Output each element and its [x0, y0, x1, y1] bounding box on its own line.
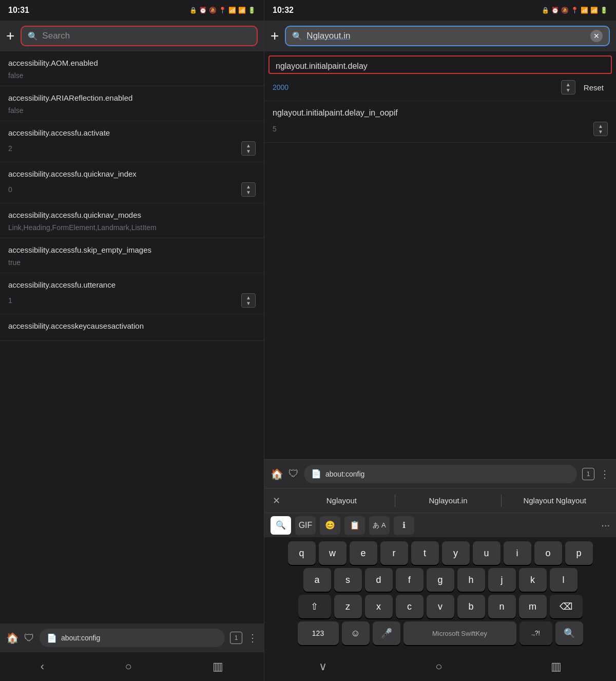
search-bar-right[interactable]: 🔍 Nglayout.in ✕ — [285, 26, 610, 46]
config-value-7: 1 — [8, 296, 12, 305]
keyboard-toolbar: 🔍 GIF 😊 📋 あ A ℹ ··· — [264, 513, 616, 537]
key-row-4: 123 ☺ 🎤 Microsoft SwiftKey .,?! 🔍 — [266, 621, 614, 645]
key-a[interactable]: a — [303, 568, 331, 592]
config-key-right-2: nglayout.initialpaint.delay_in_oopif — [264, 101, 616, 120]
search-input-right[interactable]: Nglayout.in — [306, 31, 586, 41]
key-t[interactable]: t — [411, 541, 439, 565]
key-f[interactable]: f — [396, 568, 424, 592]
space-key[interactable]: Microsoft SwiftKey — [403, 621, 516, 645]
config-value-row-7: 1 ▲▼ — [0, 291, 264, 314]
home-icon-right[interactable]: 🏠 — [271, 468, 283, 480]
suggestion-1[interactable]: Nglayout — [288, 494, 395, 507]
more-tools-button[interactable]: ··· — [601, 519, 610, 531]
key-i[interactable]: i — [504, 541, 531, 565]
key-v[interactable]: v — [427, 595, 454, 618]
spinner-4[interactable]: ▲▼ — [241, 182, 256, 197]
clipboard-tool-button[interactable]: 📋 — [344, 516, 365, 535]
url-bar-right[interactable]: 📄 about:config — [304, 465, 577, 483]
battery-icon: 🔋 — [248, 7, 256, 14]
search-key[interactable]: 🔍 — [555, 621, 583, 645]
key-u[interactable]: u — [473, 541, 500, 565]
config-key-4: accessibility.accessfu.quicknav_index — [0, 162, 264, 180]
key-e[interactable]: e — [350, 541, 377, 565]
key-k[interactable]: k — [519, 568, 547, 592]
emoji-face-tool-button[interactable]: 😊 — [320, 516, 340, 535]
key-n[interactable]: n — [488, 595, 516, 618]
shield-icon-left[interactable]: 🛡 — [24, 632, 34, 644]
highlighted-key-box: nglayout.initialpaint.delay — [268, 55, 612, 74]
backspace-key[interactable]: ⌫ — [550, 595, 583, 618]
shield-icon-right[interactable]: 🛡 — [288, 468, 299, 480]
left-panel: 10:31 🔒 ⏰ 🔕 📍 📶 📶 🔋 + 🔍 Search accessibi… — [0, 0, 264, 681]
key-g[interactable]: g — [427, 568, 454, 592]
spinner-7[interactable]: ▲▼ — [241, 293, 256, 308]
back-button-left[interactable]: ‹ — [41, 660, 44, 673]
key-d[interactable]: d — [365, 568, 393, 592]
menu-dots-left[interactable]: ⋮ — [247, 632, 258, 644]
tab-badge-right[interactable]: 1 — [582, 468, 594, 480]
spinner-3[interactable]: ▲▼ — [241, 141, 256, 156]
key-l[interactable]: l — [550, 568, 578, 592]
suggestion-2[interactable]: Nglayout.in — [395, 494, 502, 507]
translate-tool-button[interactable]: あ A — [369, 516, 390, 535]
down-button-right[interactable]: ∨ — [319, 660, 327, 673]
spinner-right-2[interactable]: ▲▼ — [593, 122, 608, 136]
menu-dots-right[interactable]: ⋮ — [600, 468, 610, 480]
config-value-row-2: false — [0, 104, 264, 121]
key-m[interactable]: m — [519, 595, 547, 618]
key-z[interactable]: z — [334, 595, 362, 618]
key-x[interactable]: x — [365, 595, 393, 618]
key-p[interactable]: p — [565, 541, 593, 565]
recents-button-right[interactable]: ▥ — [551, 660, 562, 673]
reset-button-1[interactable]: Reset — [580, 81, 608, 94]
key-o[interactable]: o — [534, 541, 562, 565]
config-item-7: accessibility.accessfu.utterance 1 ▲▼ — [0, 273, 264, 314]
config-item-6: accessibility.accessfu.skip_empty_images… — [0, 238, 264, 273]
dismiss-suggestions-button[interactable]: ✕ — [273, 495, 280, 506]
config-item-4: accessibility.accessfu.quicknav_index 0 … — [0, 162, 264, 203]
nav-bar-right: ∨ ○ ▥ — [264, 652, 616, 681]
search-bar-left[interactable]: 🔍 Search — [21, 26, 258, 46]
key-y[interactable]: y — [442, 541, 470, 565]
key-h[interactable]: h — [457, 568, 485, 592]
key-c[interactable]: c — [396, 595, 424, 618]
suggestion-3[interactable]: Nglayout Nglayout — [502, 494, 608, 507]
add-button-left[interactable]: + — [6, 29, 14, 43]
key-r[interactable]: r — [380, 541, 408, 565]
shift-key[interactable]: ⇧ — [298, 595, 331, 618]
location-icon: 📍 — [219, 7, 226, 14]
add-button-right[interactable]: + — [271, 29, 279, 43]
signal-icon: 📶 — [238, 7, 246, 14]
status-icons-left: 🔒 ⏰ 🔕 📍 📶 📶 🔋 — [189, 7, 256, 14]
key-w[interactable]: w — [319, 541, 346, 565]
home-icon-left[interactable]: 🏠 — [6, 632, 19, 644]
key-b[interactable]: b — [457, 595, 485, 618]
key-s[interactable]: s — [334, 568, 362, 592]
gif-tool-button[interactable]: GIF — [295, 516, 316, 535]
key-j[interactable]: j — [488, 568, 516, 592]
key-q[interactable]: q — [288, 541, 316, 565]
spinner-right-1[interactable]: ▲▼ — [561, 80, 575, 94]
key-123[interactable]: 123 — [298, 621, 339, 645]
page-icon-left: 📄 — [47, 633, 57, 643]
tab-badge-left[interactable]: 1 — [230, 632, 242, 644]
url-bar-left[interactable]: 📄 about:config — [40, 629, 225, 647]
alarm-icon: ⏰ — [199, 7, 207, 14]
config-key-3: accessibility.accessfu.activate — [0, 121, 264, 139]
config-value-5: Link,Heading,FormElement,Landmark,ListIt… — [8, 223, 157, 232]
keyboard-suggestions: ✕ Nglayout Nglayout.in Nglayout Nglayout — [264, 488, 616, 513]
config-key-6: accessibility.accessfu.skip_empty_images — [0, 238, 264, 256]
info-tool-button[interactable]: ℹ — [394, 516, 414, 535]
recents-button-left[interactable]: ▥ — [213, 660, 223, 673]
clear-button-right[interactable]: ✕ — [590, 30, 603, 42]
status-bar-right: 10:32 🔒 ⏰ 🔕 📍 📶 📶 🔋 — [264, 0, 616, 21]
home-button-left[interactable]: ○ — [125, 660, 132, 673]
search-tool-button[interactable]: 🔍 — [271, 516, 291, 535]
battery-icon-right: 🔋 — [600, 7, 608, 14]
key-mic[interactable]: 🎤 — [373, 621, 400, 645]
key-emoji[interactable]: ☺ — [342, 621, 370, 645]
lock-icon-right: 🔒 — [542, 7, 549, 14]
key-row-3: ⇧ z x c v b n m ⌫ — [266, 595, 614, 618]
key-punctuation[interactable]: .,?! — [519, 621, 552, 645]
home-button-right[interactable]: ○ — [435, 660, 442, 673]
